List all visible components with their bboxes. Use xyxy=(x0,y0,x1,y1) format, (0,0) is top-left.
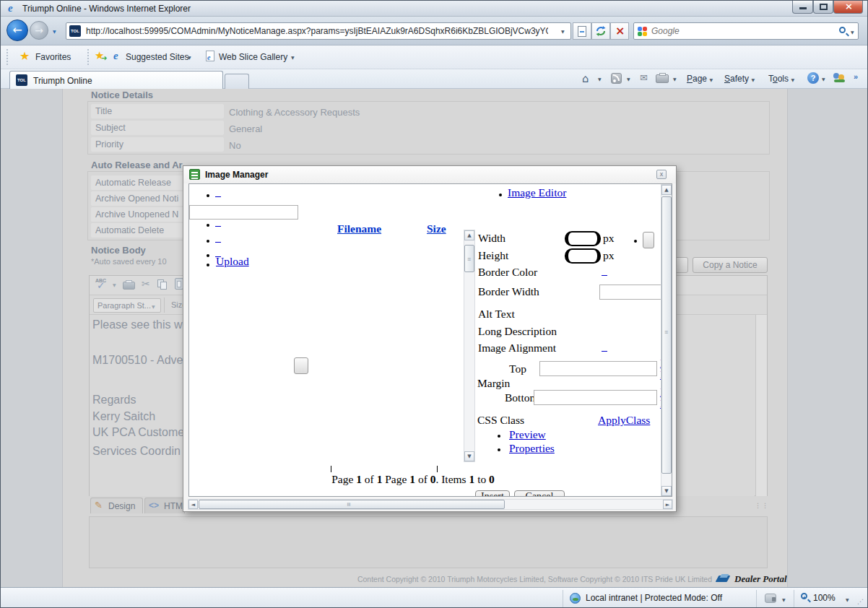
window-resize-grip[interactable]: ⋰ xyxy=(857,598,864,605)
home-icon[interactable]: ⌂ xyxy=(582,72,589,85)
print-icon[interactable] xyxy=(656,74,669,83)
dialog-close-icon[interactable]: x xyxy=(656,170,667,179)
paragraph-style-dropdown[interactable]: Paragraph St...▼ xyxy=(93,298,161,313)
border-color-link[interactable] xyxy=(602,267,607,276)
dialog-cancel-button[interactable]: Cancel xyxy=(514,490,565,497)
forward-button[interactable]: → xyxy=(30,21,48,40)
zoom-icon[interactable]: + xyxy=(801,593,807,599)
tab-triumph-online[interactable]: TOL Triumph Online xyxy=(9,71,223,89)
search-input[interactable] xyxy=(650,25,794,38)
refresh-button[interactable] xyxy=(591,22,610,40)
add-favorite-button[interactable]: ★ ➜ xyxy=(93,48,110,66)
compatibility-view-button[interactable] xyxy=(573,22,591,40)
favorites-label: Favorites xyxy=(35,52,71,62)
scroll-up-icon[interactable]: ▲ xyxy=(661,185,672,195)
protected-mode-icon[interactable] xyxy=(765,594,776,603)
safety-menu[interactable]: Safety ▼ xyxy=(724,74,755,84)
upload-link[interactable]: Upload xyxy=(216,255,249,268)
url-text[interactable]: http://localhost:59995/COMAdmin/MyNotice… xyxy=(86,26,548,37)
html-tab-label: HTM xyxy=(164,501,183,511)
titlebar[interactable]: e Triumph Online - Windows Internet Expl… xyxy=(1,1,868,17)
editor-scrollbar[interactable] xyxy=(755,315,767,496)
tools-menu[interactable]: Tools ▼ xyxy=(768,74,794,84)
row-value: No xyxy=(229,140,241,151)
drag-handle[interactable] xyxy=(87,49,90,65)
zoom-dropdown-icon[interactable]: ▼ xyxy=(846,597,849,602)
scrollbar-thumb[interactable]: ≡ xyxy=(199,500,505,509)
image-editor-link[interactable]: Image Editor xyxy=(508,186,566,199)
scroll-left-icon[interactable]: ◄ xyxy=(188,500,198,509)
browser-window: e Triumph Online - Windows Internet Expl… xyxy=(0,0,868,608)
empty-link[interactable] xyxy=(215,188,221,197)
favorites-button[interactable]: ★ Favorites xyxy=(17,48,86,66)
scrollbar-thumb[interactable]: ≡ xyxy=(464,245,474,272)
empty-link[interactable] xyxy=(215,218,221,227)
size-column-link[interactable]: Size xyxy=(427,222,446,235)
search-icon[interactable] xyxy=(839,27,846,33)
editor-print-icon[interactable] xyxy=(123,282,135,290)
preview-link[interactable]: Preview xyxy=(509,428,546,441)
overflow-chevron-icon[interactable]: » xyxy=(854,72,858,81)
recent-pages-dropdown-icon[interactable]: ▼ xyxy=(53,29,56,34)
image-alignment-link[interactable] xyxy=(602,343,607,352)
protected-mode-dropdown-icon[interactable]: ▼ xyxy=(782,597,786,602)
feeds-icon[interactable] xyxy=(611,73,622,84)
apply-class-link[interactable]: ApplyClass xyxy=(598,414,650,427)
search-box[interactable]: ▼ xyxy=(633,22,859,40)
scroll-down-icon[interactable]: ▼ xyxy=(464,451,474,461)
drag-handle[interactable] xyxy=(6,49,9,65)
web-slice-gallery-button[interactable]: e Web Slice Gallery ▼ xyxy=(206,48,303,66)
margin-bottom-input[interactable] xyxy=(534,390,657,405)
feeds-dropdown-icon[interactable]: ▼ xyxy=(627,77,630,82)
close-button[interactable]: × xyxy=(833,1,863,14)
scroll-down-icon[interactable]: ▼ xyxy=(661,486,672,496)
width-input[interactable] xyxy=(565,231,601,246)
alt-text-label: Alt Text xyxy=(478,308,515,321)
search-dropdown-icon[interactable]: ▼ xyxy=(851,30,854,35)
spellcheck-dropdown-icon[interactable]: ▼ xyxy=(113,282,116,287)
print-dropdown-icon[interactable]: ▼ xyxy=(673,77,677,82)
dialog-v-scrollbar[interactable]: ▲ ≡ ▼ xyxy=(661,184,672,497)
scrollbar-thumb[interactable]: ≡ xyxy=(661,196,672,474)
list-button[interactable] xyxy=(294,357,308,374)
minimize-button[interactable] xyxy=(792,1,813,14)
insert-button[interactable]: Insert xyxy=(475,490,510,497)
editor-line: UK PCA Custome xyxy=(92,426,184,439)
scroll-up-icon[interactable]: ▲ xyxy=(464,230,474,240)
stop-icon: × xyxy=(615,24,625,38)
height-input[interactable] xyxy=(565,248,601,264)
design-tab[interactable]: ✎ Design xyxy=(90,498,143,513)
zoom-level[interactable]: 100% xyxy=(813,593,836,603)
maximize-button[interactable] xyxy=(813,1,833,14)
help-dropdown-icon[interactable]: ▼ xyxy=(822,77,825,82)
address-dropdown-icon[interactable]: ▼ xyxy=(561,29,565,34)
page-menu[interactable]: Page ▼ xyxy=(687,74,713,84)
mail-icon[interactable]: ✉ xyxy=(640,72,648,83)
back-button[interactable]: ← xyxy=(6,19,28,41)
home-dropdown-icon[interactable]: ▼ xyxy=(598,77,602,82)
filename-column-link[interactable]: Filename xyxy=(337,222,381,235)
properties-link[interactable]: Properties xyxy=(509,442,555,455)
empty-link[interactable] xyxy=(215,234,221,243)
cut-icon[interactable]: ✂ xyxy=(142,278,150,290)
margin-top-input[interactable] xyxy=(539,361,657,376)
bullet-icon xyxy=(207,224,209,227)
editor-resize-grip[interactable]: ⋮⋮ xyxy=(755,502,769,509)
spellcheck-icon[interactable]: ABC✓ xyxy=(95,278,111,291)
stop-button[interactable]: × xyxy=(610,22,629,40)
suggested-sites-button[interactable]: e Suggested Sites ▼ xyxy=(113,48,200,66)
props-scrollbar[interactable]: ▲ ≡ ▼ xyxy=(464,230,475,462)
copy-notice-button[interactable]: Copy a Notice xyxy=(693,257,768,273)
filename-filter-input[interactable] xyxy=(189,205,298,220)
community-icon[interactable] xyxy=(833,73,846,83)
new-tab-stub[interactable] xyxy=(225,74,249,89)
html-tab[interactable]: <> HTM xyxy=(144,498,185,513)
dialog-h-scrollbar[interactable]: ◄ ≡ ► xyxy=(188,499,673,510)
border-width-input[interactable] xyxy=(599,285,661,300)
height-unit: px xyxy=(603,249,615,262)
copy-icon[interactable] xyxy=(157,279,169,290)
constrain-button[interactable] xyxy=(643,232,654,248)
help-icon[interactable]: ? xyxy=(807,72,819,84)
scroll-right-icon[interactable]: ► xyxy=(663,500,672,509)
dialog-titlebar[interactable]: Image Manager x xyxy=(183,166,676,183)
